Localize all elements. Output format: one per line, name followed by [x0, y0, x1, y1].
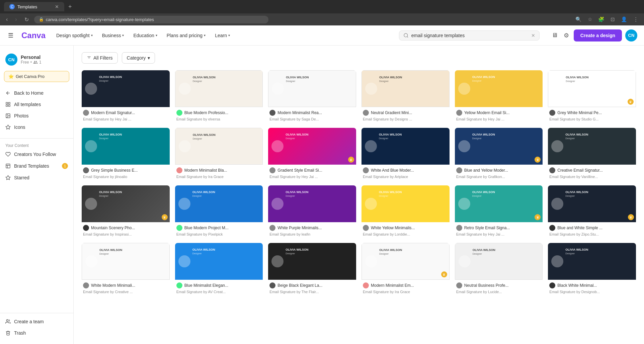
nav-education[interactable]: Education ▾: [129, 30, 161, 41]
get-pro-button[interactable]: ⭐ Get Canva Pro: [4, 71, 69, 82]
search-bar[interactable]: ✕: [399, 30, 540, 40]
preview-name-text: OLIVIA WILSON Designer: [99, 75, 166, 82]
template-card[interactable]: OLIVIA WILSON Designer White Modern Mini…: [82, 243, 170, 295]
template-card[interactable]: OLIVIA WILSON Designer Neutral Business …: [455, 243, 543, 295]
nav-design-spotlight[interactable]: Design spotlight ▾: [52, 30, 97, 41]
browser-profile-button[interactable]: 👤: [619, 15, 629, 23]
template-name: Blue Modern Professio...: [184, 110, 228, 115]
canva-logo[interactable]: Canva: [21, 31, 46, 40]
preview-name-text: OLIVIA WILSON Designer: [472, 190, 540, 197]
preview-photo-circle: [178, 255, 190, 267]
template-type: Email Signature by Designs ...: [363, 117, 448, 121]
template-preview: OLIVIA WILSON Designer ♛: [455, 185, 543, 222]
sidebar-item-brand[interactable]: Brand Templates 1: [0, 160, 73, 172]
template-card[interactable]: OLIVIA WILSON Designer White Purple Mini…: [268, 185, 356, 238]
template-preview: OLIVIA WILSON Designer: [548, 243, 636, 280]
template-card[interactable]: OLIVIA WILSON Designer Blue Modern Proje…: [175, 185, 263, 238]
brand-templates-badge: 1: [62, 163, 68, 169]
forward-button[interactable]: ›: [13, 15, 19, 24]
monitor-icon-button[interactable]: 🖥: [550, 30, 559, 40]
nav-learn[interactable]: Learn ▾: [211, 30, 234, 41]
browser-menu-button[interactable]: ⋮: [632, 15, 640, 23]
browser-search-button[interactable]: 🔍: [574, 15, 583, 23]
template-name: Blue and White Simple ...: [557, 226, 602, 230]
nav-plans[interactable]: Plans and pricing ▾: [163, 30, 210, 41]
hamburger-button[interactable]: ☰: [7, 30, 15, 40]
preview-name-text: OLIVIA WILSON Designer: [565, 190, 633, 197]
sidebar-item-create-team[interactable]: Create a team: [0, 316, 73, 327]
browser-bookmark-button[interactable]: ☆: [586, 15, 594, 23]
template-creator: Black White Minimal...: [549, 282, 635, 288]
settings-icon-button[interactable]: ⚙: [562, 30, 570, 40]
template-name: Creative Email Signatur...: [557, 168, 602, 173]
browser-extensions-button[interactable]: 🧩: [596, 15, 606, 23]
category-filter-button[interactable]: Category ▾: [122, 52, 155, 64]
chevron-down-icon: ▾: [156, 33, 157, 37]
sidebar-item-starred[interactable]: Starred: [0, 172, 73, 183]
template-card[interactable]: OLIVIA WILSON Designer Beige Black Elega…: [268, 243, 356, 295]
template-card[interactable]: OLIVIA WILSON Designer ♛ Mountain Scener…: [82, 185, 170, 238]
template-card[interactable]: OLIVIA WILSON Designer Grey Simple Busin…: [82, 128, 170, 180]
creator-avatar: [549, 282, 555, 288]
template-card[interactable]: OLIVIA WILSON Designer Blue Minimalist E…: [175, 243, 263, 295]
template-info: Modern Minimalist Rea... Email Signature…: [268, 107, 356, 122]
preview-content: OLIVIA WILSON Designer: [268, 185, 356, 222]
template-card[interactable]: OLIVIA WILSON Designer White Yellow Mini…: [361, 185, 450, 238]
creator-avatar: [269, 225, 275, 231]
nav-business[interactable]: Business ▾: [98, 30, 128, 41]
back-button[interactable]: ‹: [4, 15, 10, 24]
new-tab-button[interactable]: +: [67, 2, 73, 12]
team-icon: [5, 319, 11, 324]
template-type: Email Signature by Creative ...: [83, 290, 168, 294]
sidebar-item-photos[interactable]: Photos: [0, 110, 73, 121]
creator-avatar: [456, 225, 462, 231]
template-type: Email Signature by Hey Jai ...: [83, 117, 168, 121]
template-preview: OLIVIA WILSON Designer: [175, 128, 263, 165]
all-filters-button[interactable]: All Filters: [82, 52, 118, 64]
template-name: Gradient Style Email Si...: [277, 168, 322, 173]
template-card[interactable]: OLIVIA WILSON Designer Modern Email Sign…: [82, 70, 170, 122]
refresh-button[interactable]: ↻: [22, 15, 31, 24]
template-creator: Modern Minimalist Rea...: [269, 110, 355, 116]
template-card[interactable]: OLIVIA WILSON Designer Black White Minim…: [548, 243, 636, 295]
template-card[interactable]: OLIVIA WILSON Designer Neutral Gradient …: [361, 70, 450, 122]
sidebar-item-all-templates[interactable]: All templates: [0, 99, 73, 110]
sidebar-item-trash[interactable]: Trash: [0, 327, 73, 339]
preview-name-text: OLIVIA WILSON Designer: [565, 248, 633, 255]
template-card[interactable]: OLIVIA WILSON Designer ♛ Blue and White …: [548, 185, 636, 238]
template-card[interactable]: OLIVIA WILSON Designer Modern Minimalist…: [268, 70, 356, 122]
sidebar-content-section: Creators You Follow Brand Templates 1 St…: [0, 149, 73, 183]
template-card[interactable]: OLIVIA WILSON Designer ♛ Modern Minimali…: [361, 243, 450, 295]
template-info: Blue Modern Professio... Email Signature…: [175, 107, 263, 122]
create-design-button[interactable]: Create a design: [574, 29, 622, 41]
template-card[interactable]: OLIVIA WILSON Designer ♛ Retro Style Ema…: [455, 185, 543, 238]
template-card[interactable]: OLIVIA WILSON Designer Modern Minimalist…: [175, 128, 263, 180]
template-card[interactable]: OLIVIA WILSON Designer ♛ Blue and Yellow…: [455, 128, 543, 180]
address-bar[interactable]: 🔒 canva.com/templates/?query=email-signa…: [34, 16, 268, 23]
preview-content: OLIVIA WILSON Designer: [175, 185, 263, 222]
browser-split-button[interactable]: ⊡: [609, 15, 617, 23]
template-creator: Modern Minimalist Bla...: [176, 167, 262, 173]
user-avatar[interactable]: CN: [625, 29, 637, 41]
template-card[interactable]: OLIVIA WILSON Designer White And Blue Mo…: [361, 128, 450, 180]
close-tab-button[interactable]: ✕: [55, 4, 59, 9]
sidebar-item-creators[interactable]: Creators You Follow: [0, 149, 73, 160]
pro-crown-badge: ♛: [628, 99, 634, 105]
template-info: Grey Simple Business E... Email Signatur…: [82, 165, 170, 180]
search-clear-button[interactable]: ✕: [531, 33, 535, 38]
browser-tab[interactable]: C Templates ✕: [4, 2, 64, 11]
preview-content: OLIVIA WILSON Designer: [175, 71, 263, 107]
template-name: White Yellow Minimalis...: [371, 226, 415, 230]
sidebar-item-icons[interactable]: Icons: [0, 121, 73, 133]
template-card[interactable]: OLIVIA WILSON Designer ♛ Grey White Mini…: [548, 70, 636, 122]
sidebar-item-back[interactable]: Back to Home: [0, 87, 73, 99]
template-card[interactable]: OLIVIA WILSON Designer ♛ Gradient Style …: [268, 128, 356, 180]
template-type: Email Signature by Pixelpick: [176, 232, 262, 236]
template-card[interactable]: OLIVIA WILSON Designer Blue Modern Profe…: [175, 70, 263, 122]
template-card[interactable]: OLIVIA WILSON Designer Yellow Modern Ema…: [455, 70, 543, 122]
template-type: Email Signature by Ziipo.Stu...: [549, 232, 635, 236]
template-card[interactable]: OLIVIA WILSON Designer Creative Email Si…: [548, 128, 636, 180]
people-icon: [33, 60, 38, 65]
creator-avatar: [549, 225, 555, 231]
search-input[interactable]: [411, 33, 529, 38]
